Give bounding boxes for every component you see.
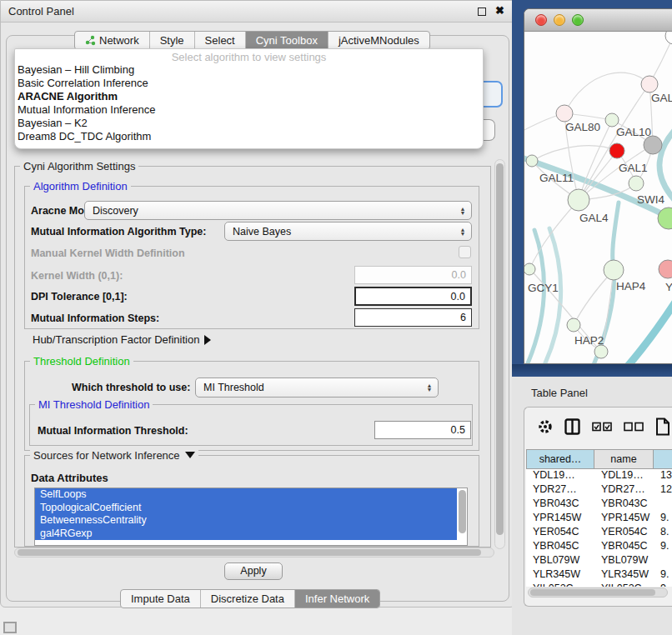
tab-jactivemnodules[interactable]: jActiveMNodules — [328, 32, 429, 49]
gear-icon[interactable] — [538, 419, 553, 434]
kernel-width-field[interactable]: 0.0 — [354, 266, 472, 284]
table-panel-title: Table Panel — [531, 387, 588, 399]
network-node[interactable] — [605, 113, 619, 127]
column-header-cut[interactable] — [654, 449, 672, 469]
mi-type-value: Naive Bayes — [225, 226, 458, 238]
dropdown-item-aracne-algorithm[interactable]: ARACNE Algorithm — [15, 90, 483, 103]
table-row[interactable]: YBR045CYBR045C9. — [526, 540, 672, 554]
table-horizontal-scrollbar[interactable] — [528, 588, 668, 598]
network-node[interactable] — [659, 260, 672, 278]
tab-network[interactable]: Network — [75, 32, 150, 49]
table-cell: YDR27… — [526, 483, 594, 498]
spinner-arrows-icon: ▲▼ — [424, 383, 438, 392]
tab-select[interactable]: Select — [195, 32, 246, 49]
table-cell: YIL052C — [594, 582, 654, 587]
column-layout-icon[interactable] — [564, 418, 580, 435]
network-canvas[interactable]: GALGAL80GAL10GAL1GAL11SWI4GAL4GCY1HAP4YH… — [524, 32, 672, 364]
table-row[interactable]: YBL079WYBL079W — [526, 554, 672, 568]
tab-impute-data[interactable]: Impute Data — [121, 590, 201, 608]
tab-label: Discretize Data — [211, 592, 284, 605]
network-node[interactable] — [629, 176, 644, 191]
panel-dock-icon[interactable] — [3, 622, 17, 633]
dropdown-item-dream8-dc-tdc-algorithm[interactable]: Dream8 DC_TDC Algorithm — [15, 130, 483, 143]
sources-title[interactable]: Sources for Network Inference — [30, 449, 198, 462]
table-row[interactable]: YLR345WYLR345W9. — [526, 568, 672, 582]
which-threshold-label: Which threshold to use: — [72, 382, 190, 393]
table-cell — [654, 554, 672, 568]
network-node[interactable] — [609, 143, 624, 158]
expand-arrow-icon[interactable] — [204, 335, 211, 345]
network-node[interactable] — [665, 32, 672, 44]
attribute-item-betweennesscentrality[interactable]: BetweennessCentrality — [35, 514, 457, 528]
table-cell: YBR043C — [526, 498, 594, 512]
threshold-definition-title: Threshold Definition — [30, 355, 133, 368]
network-node[interactable] — [524, 263, 535, 275]
dropdown-item-mutual-information-inference[interactable]: Mutual Information Inference — [15, 103, 483, 117]
network-icon — [85, 35, 96, 46]
network-node[interactable] — [526, 155, 538, 167]
column-header-shared[interactable]: shared… — [526, 449, 594, 469]
aracne-mode-select[interactable]: Discovery ▲▼ — [84, 201, 472, 220]
table-row[interactable]: YIL052CYIL052C9 — [526, 582, 672, 587]
collapse-arrow-icon[interactable] — [185, 452, 195, 458]
float-icon[interactable] — [478, 8, 486, 16]
hub-definition-label: Hub/Transcription Factor Definition — [33, 333, 199, 346]
manual-kernel-label: Manual Kernel Width Definition — [31, 248, 185, 259]
bottom-tabbar: Impute DataDiscretize DataInfer Network — [120, 589, 380, 608]
spinner-arrows-icon: ▲▼ — [458, 207, 471, 215]
network-node[interactable] — [604, 260, 624, 280]
tab-discretize-data[interactable]: Discretize Data — [201, 590, 295, 608]
unchecked-columns-icon[interactable] — [624, 422, 644, 432]
node-label-gal10: GAL10 — [616, 126, 651, 138]
zoom-traffic-icon[interactable] — [572, 14, 584, 26]
table-cell: YBR045C — [594, 540, 654, 554]
list-scrollbar[interactable] — [459, 490, 466, 533]
mi-steps-field[interactable]: 6 — [354, 308, 472, 327]
attribute-item-gal4rgexp[interactable]: gal4RGexp — [35, 528, 457, 541]
table-row[interactable]: YBR043CYBR043C — [526, 498, 672, 512]
tab-label: Cyni Toolbox — [256, 34, 318, 47]
minimize-traffic-icon[interactable] — [554, 14, 565, 26]
table-row[interactable]: YER054CYER054C8. — [526, 526, 672, 540]
algorithm-dropdown-popup: Select algorithm to view settings Bayesi… — [14, 48, 484, 149]
tab-style[interactable]: Style — [150, 32, 195, 49]
network-node[interactable] — [594, 345, 608, 358]
apply-button[interactable]: Apply — [224, 562, 283, 580]
network-node[interactable] — [644, 136, 662, 154]
table-row[interactable]: YDL19…YDL19…13 — [526, 469, 672, 483]
network-node[interactable] — [567, 318, 580, 332]
attribute-item-topologicalcoefficient[interactable]: TopologicalCoefficient — [35, 502, 457, 515]
network-node[interactable] — [556, 105, 573, 122]
manual-kernel-checkbox[interactable] — [459, 246, 471, 258]
dropdown-item-bayesian-hill-climbing[interactable]: Bayesian – Hill Climbing — [15, 63, 483, 77]
control-panel: Control Panel ✖ NetworkStyleSelectCyni T… — [0, 0, 515, 608]
dpi-tolerance-field[interactable]: 0.0 — [354, 287, 472, 306]
document-icon[interactable] — [655, 418, 670, 436]
which-threshold-select[interactable]: MI Threshold ▲▼ — [195, 378, 439, 398]
table-cell: YLR345W — [526, 568, 594, 582]
mi-algorithm-type-select[interactable]: Naive Bayes ▲▼ — [224, 222, 472, 241]
tab-infer-network[interactable]: Infer Network — [295, 590, 379, 608]
data-attributes-list[interactable]: SelfLoopsTopologicalCoefficientBetweenne… — [34, 488, 468, 546]
mi-steps-label: Mutual Information Steps: — [31, 312, 159, 324]
close-icon[interactable]: ✖ — [495, 4, 504, 17]
network-edge — [532, 146, 617, 161]
dropdown-item-basic-correlation-inference[interactable]: Basic Correlation Inference — [15, 77, 483, 90]
tab-label: Select — [205, 34, 235, 47]
hub-definition-section[interactable]: Hub/Transcription Factor Definition — [33, 333, 211, 346]
tab-label: jActiveMNodules — [339, 34, 419, 47]
network-node[interactable] — [641, 76, 658, 92]
dropdown-item-bayesian-k2[interactable]: Bayesian – K2 — [15, 117, 483, 130]
table-row[interactable]: YDR27…YDR27…12 — [526, 483, 672, 498]
mi-threshold-field[interactable]: 0.5 — [374, 421, 471, 439]
close-traffic-icon[interactable] — [535, 14, 547, 26]
attribute-item-selfloops[interactable]: SelfLoops — [35, 488, 457, 502]
settings-vertical-scrollbar[interactable] — [494, 159, 505, 549]
tab-label: Network — [99, 34, 139, 47]
network-node[interactable] — [568, 189, 589, 211]
checked-columns-icon[interactable] — [592, 422, 612, 432]
settings-horizontal-scrollbar[interactable] — [14, 548, 494, 558]
column-header-name[interactable]: name — [594, 449, 654, 469]
table-row[interactable]: YPR145WYPR145W9. — [526, 512, 672, 526]
tab-cyni-toolbox[interactable]: Cyni Toolbox — [246, 32, 328, 49]
